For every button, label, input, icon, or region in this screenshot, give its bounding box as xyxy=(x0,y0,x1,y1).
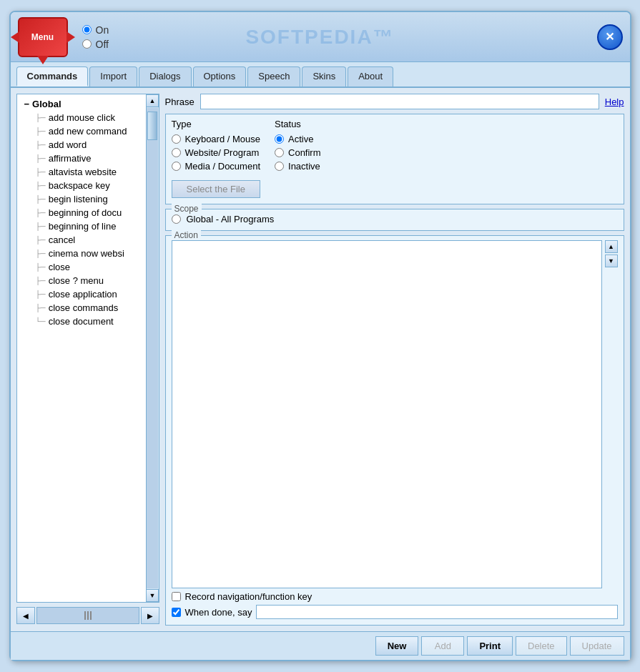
media-document-label[interactable]: Media / Document xyxy=(185,161,261,172)
connector-icon: └─ xyxy=(36,317,46,325)
list-item[interactable]: └─ close document xyxy=(21,315,146,328)
list-item[interactable]: ├─ cinema now websi xyxy=(21,247,146,260)
menu-button[interactable]: Menu xyxy=(18,17,68,57)
list-item[interactable]: ├─ beginning of docu xyxy=(21,206,146,219)
scope-radio[interactable] xyxy=(172,214,181,224)
add-button[interactable]: Add xyxy=(421,636,464,656)
item-label: altavista website xyxy=(49,167,117,177)
print-button[interactable]: Print xyxy=(467,636,513,656)
delete-button[interactable]: Delete xyxy=(516,636,567,656)
thumb-line xyxy=(87,611,89,620)
select-file-button[interactable]: Select the File xyxy=(172,180,261,198)
bottom-buttons: New Add Print Delete Update xyxy=(11,631,630,660)
h-scroll-track[interactable] xyxy=(36,607,139,624)
off-radio[interactable] xyxy=(82,39,92,49)
list-item[interactable]: ├─ add word xyxy=(21,138,146,152)
list-item[interactable]: ├─ backspace key xyxy=(21,179,146,192)
list-item[interactable]: ├─ affirmative xyxy=(21,152,146,165)
active-option[interactable]: Active xyxy=(275,134,321,144)
item-label: add mouse click xyxy=(49,112,115,123)
keyboard-mouse-label[interactable]: Keyboard / Mouse xyxy=(185,134,261,144)
menu-label: Menu xyxy=(31,32,54,42)
off-label[interactable]: Off xyxy=(96,39,109,50)
website-program-label[interactable]: Website/ Program xyxy=(185,147,260,158)
record-nav-checkbox[interactable] xyxy=(172,592,181,601)
website-program-option[interactable]: Website/ Program xyxy=(172,147,261,158)
tree-root[interactable]: − Global xyxy=(21,97,146,111)
confirm-option[interactable]: Confirm xyxy=(275,147,321,158)
tree-root-label: Global xyxy=(32,99,61,109)
action-header: Action xyxy=(172,230,201,240)
tab-dialogs[interactable]: Dialogs xyxy=(139,66,191,87)
connector-icon: ├─ xyxy=(36,277,46,285)
connector-icon: ├─ xyxy=(36,195,46,203)
confirm-radio[interactable] xyxy=(275,148,284,157)
action-scroll-up-icon: ▲ xyxy=(608,243,614,250)
record-nav-label[interactable]: Record navigation/function key xyxy=(185,591,312,602)
right-panel: Phrase Help Type Keyboard / Mouse xyxy=(165,94,624,626)
when-done-input[interactable] xyxy=(256,605,617,619)
tab-commands[interactable]: Commands xyxy=(16,66,89,87)
list-item[interactable]: ├─ begin listening xyxy=(21,192,146,206)
connector-icon: ├─ xyxy=(36,290,46,298)
list-item[interactable]: ├─ close ? menu xyxy=(21,274,146,287)
type-status-panel: Type Keyboard / Mouse Website/ Program M… xyxy=(165,114,624,204)
connector-icon: ├─ xyxy=(36,263,46,271)
media-document-radio[interactable] xyxy=(172,162,181,171)
list-item[interactable]: ├─ close xyxy=(21,260,146,274)
scrollbar-track[interactable] xyxy=(147,108,158,588)
help-link[interactable]: Help xyxy=(605,97,624,107)
tab-options[interactable]: Options xyxy=(193,66,247,87)
media-document-option[interactable]: Media / Document xyxy=(172,161,261,172)
connector-icon: ├─ xyxy=(36,127,46,135)
list-item[interactable]: ├─ beginning of line xyxy=(21,219,146,233)
arrow-left-icon xyxy=(11,31,19,43)
h-scroll-right-button[interactable]: ▶ xyxy=(141,607,159,624)
keyboard-mouse-option[interactable]: Keyboard / Mouse xyxy=(172,134,261,144)
inactive-label[interactable]: Inactive xyxy=(288,161,320,172)
action-scroll-down-button[interactable]: ▼ xyxy=(605,255,618,267)
action-textarea[interactable] xyxy=(172,240,602,588)
item-label: cinema now websi xyxy=(49,248,124,259)
item-label: add word xyxy=(49,139,87,150)
collapse-icon[interactable]: − xyxy=(24,99,30,109)
on-radio-item[interactable]: On xyxy=(82,24,109,36)
confirm-label[interactable]: Confirm xyxy=(288,147,321,158)
list-item[interactable]: ├─ close application xyxy=(21,287,146,301)
when-done-checkbox[interactable] xyxy=(172,608,181,617)
when-done-label[interactable]: When done, say xyxy=(185,607,252,618)
new-button[interactable]: New xyxy=(375,636,419,656)
inactive-radio[interactable] xyxy=(275,162,284,171)
list-item[interactable]: ├─ cancel xyxy=(21,233,146,247)
keyboard-mouse-radio[interactable] xyxy=(172,134,181,144)
scope-label[interactable]: Global - All Programs xyxy=(187,214,275,224)
scrollbar-thumb[interactable] xyxy=(147,112,157,140)
scroll-down-button[interactable]: ▼ xyxy=(146,589,159,602)
tab-speech[interactable]: Speech xyxy=(247,66,300,87)
tab-import[interactable]: Import xyxy=(89,66,137,87)
list-item[interactable]: ├─ add mouse click xyxy=(21,111,146,124)
list-item[interactable]: ├─ add new command xyxy=(21,124,146,138)
phrase-input[interactable] xyxy=(200,94,599,109)
tab-about[interactable]: About xyxy=(348,66,393,87)
h-scroll-left-button[interactable]: ◀ xyxy=(16,607,35,624)
scope-inner: Global - All Programs xyxy=(172,214,618,224)
item-label: close application xyxy=(49,289,117,300)
tab-skins[interactable]: Skins xyxy=(302,66,346,87)
action-scroll-up-button[interactable]: ▲ xyxy=(605,240,618,253)
on-label[interactable]: On xyxy=(96,24,109,36)
connector-icon: ├─ xyxy=(36,168,46,176)
list-item[interactable]: ├─ altavista website xyxy=(21,165,146,179)
active-radio[interactable] xyxy=(275,134,284,144)
on-radio[interactable] xyxy=(82,25,92,34)
inactive-option[interactable]: Inactive xyxy=(275,161,321,172)
off-radio-item[interactable]: Off xyxy=(82,39,109,50)
status-section: Status Active Confirm Inactive xyxy=(275,119,321,198)
update-button[interactable]: Update xyxy=(570,636,624,656)
active-label[interactable]: Active xyxy=(288,134,313,144)
website-program-radio[interactable] xyxy=(172,148,181,157)
action-scrollbar: ▲ ▼ xyxy=(605,240,618,588)
list-item[interactable]: ├─ close commands xyxy=(21,301,146,315)
close-button[interactable]: ✕ xyxy=(597,24,623,50)
scroll-up-button[interactable]: ▲ xyxy=(146,94,159,107)
